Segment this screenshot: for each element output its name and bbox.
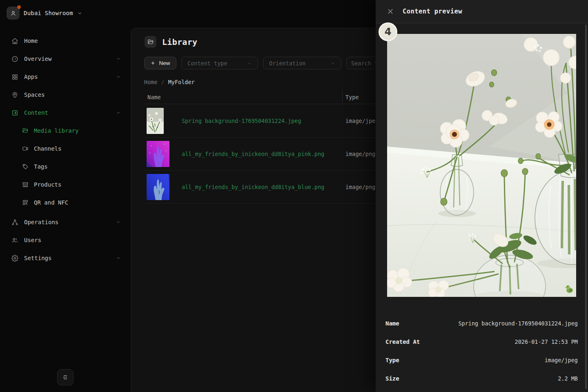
- tag-icon: [22, 163, 29, 170]
- chevron-up-icon: [116, 110, 121, 115]
- panel-scrollbar[interactable]: [585, 24, 587, 389]
- sidebar-item-media-library[interactable]: Media library: [0, 122, 131, 140]
- library-header: Library: [145, 36, 197, 48]
- map-pin-icon: [11, 91, 18, 98]
- chevron-down-icon: [77, 11, 82, 16]
- app-window: Dubai Showroom Home Overview Apps: [0, 0, 588, 392]
- workspace-switcher[interactable]: Dubai Showroom: [7, 6, 82, 20]
- preview-image: [387, 34, 576, 297]
- thumbnail-blue-hand-art: [147, 174, 169, 200]
- meta-row-size: Size 2.2 MB: [385, 375, 578, 383]
- thumbnail-pink-hand-art: [147, 141, 169, 167]
- annotation-badge: 4: [379, 22, 397, 41]
- sidebar-item-label: Channels: [34, 145, 61, 152]
- file-type: image/png: [345, 184, 375, 190]
- chevron-down-icon: [116, 220, 121, 225]
- chevron-down-icon: [116, 56, 121, 61]
- workflow-icon: [11, 219, 18, 226]
- new-button[interactable]: New: [144, 57, 176, 69]
- meta-value: image/jpeg: [545, 357, 578, 363]
- meta-row-type: Type image/jpeg: [385, 357, 578, 364]
- users-icon: [11, 237, 18, 244]
- plus-icon: [150, 60, 156, 66]
- chevron-down-icon: [116, 256, 121, 261]
- column-divider: [342, 90, 343, 103]
- home-icon: [11, 38, 18, 45]
- breadcrumb-home[interactable]: Home: [144, 79, 158, 85]
- sidebar: Dubai Showroom Home Overview Apps: [0, 0, 131, 392]
- sidebar-item-label: Users: [24, 237, 41, 243]
- sidebar-item-users[interactable]: Users: [0, 231, 131, 249]
- qr-icon: [22, 199, 29, 206]
- sidebar-item-label: Apps: [24, 74, 38, 80]
- metadata-list: Name Spring background-1769504031224.jpe…: [385, 320, 578, 392]
- meta-label: Type: [385, 357, 399, 363]
- sidebar-item-label: Media library: [34, 127, 79, 134]
- file-type: image/jpeg: [345, 118, 379, 124]
- sidebar-item-home[interactable]: Home: [0, 32, 131, 50]
- meta-value: Spring background-1769504031224.jpeg: [458, 320, 578, 327]
- sidebar-item-label: Content: [24, 109, 48, 116]
- sidebar-item-label: Overview: [24, 56, 51, 62]
- column-header-name: Name: [147, 94, 161, 100]
- notification-dot: [17, 5, 21, 9]
- column-header-type: Type: [345, 94, 359, 100]
- grid-icon: [11, 74, 18, 80]
- sidebar-item-label: Tags: [34, 163, 48, 170]
- sidebar-item-products[interactable]: Products: [0, 176, 131, 194]
- collapse-sidebar-icon: [62, 374, 69, 381]
- chevron-down-icon: [116, 74, 121, 79]
- thumbnail-flowers-photo: [147, 108, 164, 134]
- sidebar-item-label: Spaces: [24, 91, 45, 98]
- list-icon: [11, 109, 18, 116]
- preview-header: Content preview: [376, 0, 588, 23]
- chevron-down-icon: [330, 61, 335, 66]
- meta-value: 2.2 MB: [558, 375, 578, 382]
- sidebar-item-overview[interactable]: Overview: [0, 50, 131, 68]
- sidebar-item-label: Operations: [24, 219, 58, 225]
- video-icon: [22, 145, 29, 152]
- sidebar-item-tags[interactable]: Tags: [0, 158, 131, 176]
- person-icon: [10, 10, 17, 17]
- meta-value: 2026-01-27 12:53 PM: [515, 339, 578, 345]
- file-name-link[interactable]: Spring background-1769504031224.jpeg: [182, 118, 301, 124]
- chevron-down-icon: [247, 61, 252, 66]
- close-icon[interactable]: [387, 8, 394, 15]
- meta-row-name: Name Spring background-1769504031224.jpe…: [385, 320, 578, 327]
- sidebar-item-settings[interactable]: Settings: [0, 249, 131, 267]
- orientation-filter[interactable]: Orientation: [263, 57, 341, 69]
- file-type: image/png: [345, 151, 375, 157]
- content-subnav: Media library Channels Tags Products QR …: [0, 122, 131, 212]
- sidebar-item-spaces[interactable]: Spaces: [0, 86, 131, 104]
- meta-label: Size: [385, 375, 399, 382]
- workspace-avatar: [7, 7, 20, 20]
- store-icon: [22, 181, 29, 188]
- collapse-sidebar-button[interactable]: [57, 369, 74, 385]
- sidebar-item-label: QR and NFC: [34, 199, 68, 206]
- page-title: Library: [162, 37, 197, 47]
- sidebar-item-qr-and-nfc[interactable]: QR and NFC: [0, 194, 131, 212]
- sidebar-item-label: Products: [34, 181, 61, 188]
- sidebar-item-label: Home: [24, 38, 38, 44]
- content-type-filter[interactable]: Content type: [181, 57, 258, 69]
- sidebar-item-apps[interactable]: Apps: [0, 68, 131, 86]
- file-name-link[interactable]: all_my_friends_by_inickeon_dd8itya_pink.…: [182, 151, 325, 157]
- sidebar-item-channels[interactable]: Channels: [0, 140, 131, 158]
- breadcrumb: Home / MyFolder: [144, 79, 195, 85]
- meta-row-created-at: Created At 2026-01-27 12:53 PM: [385, 339, 578, 346]
- breadcrumb-current: MyFolder: [168, 79, 195, 85]
- meta-label: Name: [385, 320, 399, 327]
- folder-open-icon: [22, 127, 29, 134]
- file-name-link[interactable]: all_my_friends_by_inickeon_dd8itya_blue.…: [182, 184, 325, 190]
- sidebar-item-operations[interactable]: Operations: [0, 213, 131, 231]
- meta-label: Created At: [385, 339, 420, 345]
- gauge-icon: [11, 56, 18, 62]
- preview-title: Content preview: [403, 8, 462, 15]
- sidebar-item-label: Settings: [24, 255, 51, 261]
- content-preview-panel: Content preview 4: [376, 0, 588, 392]
- sidebar-item-content[interactable]: Content: [0, 104, 131, 122]
- gear-icon: [11, 255, 18, 262]
- workspace-name: Dubai Showroom: [24, 10, 73, 16]
- breadcrumb-separator: /: [161, 79, 165, 85]
- sidebar-nav: Home Overview Apps Spaces Content: [0, 32, 131, 267]
